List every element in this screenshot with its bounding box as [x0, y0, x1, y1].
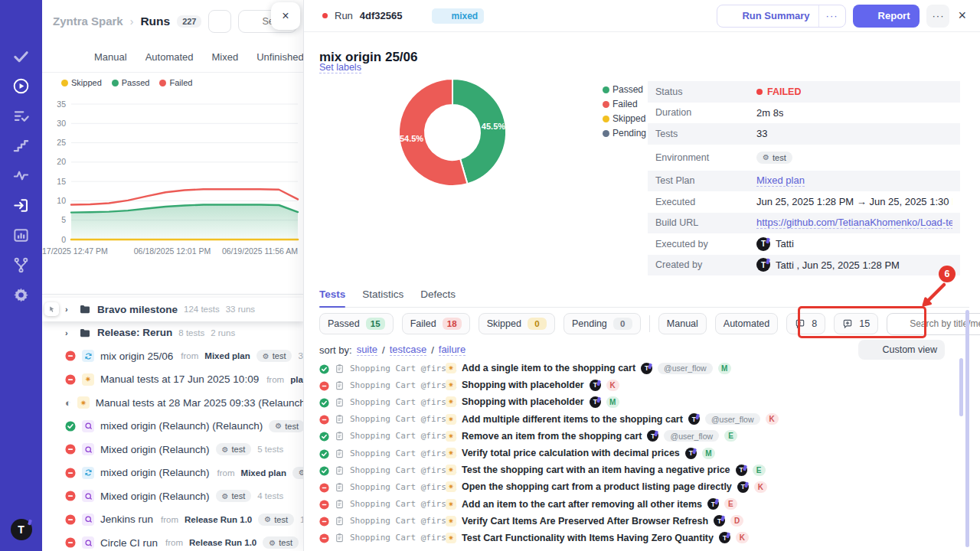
- letter-badge: K: [736, 532, 749, 543]
- run-plan-name[interactable]: Mixed plan: [204, 351, 250, 360]
- letter-badge: K: [754, 481, 767, 493]
- tab-tests[interactable]: Tests: [319, 289, 345, 307]
- run-name: Manual tests at 17 Jun 2025 10:09: [100, 373, 259, 385]
- status-failed-icon: [65, 537, 76, 548]
- donut-legend-item-skipped: Skipped: [603, 113, 646, 124]
- test-row[interactable]: Shopping Cart @first…✷Add a single item …: [319, 360, 960, 377]
- test-row[interactable]: Shopping Cart @first…✷Shopping with plac…: [319, 377, 960, 393]
- status-text: FAILED: [767, 86, 801, 97]
- run-row[interactable]: mixed origin (Relaunch) (Relaunch)⚙test: [42, 415, 303, 439]
- details-row-build-url: Build URLhttps://github.com/TetianaKhome…: [648, 213, 960, 234]
- details-link[interactable]: https://github.com/TetianaKhomenko/Load-…: [756, 217, 952, 229]
- sidebar-item-activity[interactable]: [12, 167, 31, 185]
- sort-option-suite[interactable]: suite: [357, 344, 377, 356]
- projects-folder-button[interactable]: [12, 491, 31, 510]
- runs-panel: Zyntra Spark › Runs 227 × ManualAutomate…: [42, 0, 303, 551]
- run-summary-label: Run Summary: [742, 10, 809, 21]
- report-button[interactable]: Report: [853, 5, 920, 28]
- sidebar-item-sign-in[interactable]: [12, 197, 31, 215]
- left-tab-unfinished[interactable]: Unfinished: [256, 51, 303, 63]
- filter-chip-automated[interactable]: Automated: [715, 313, 778, 334]
- comment-chip[interactable]: 8: [786, 313, 825, 334]
- sparkles-icon: [726, 10, 737, 21]
- help-button[interactable]: [12, 464, 31, 482]
- sidebar-item-git-fork[interactable]: [12, 256, 31, 275]
- list-scrollbar[interactable]: [959, 358, 963, 416]
- filter-chip-failed[interactable]: Failed18: [402, 313, 470, 334]
- test-row[interactable]: Shopping Cart @first…✷Remove an item fro…: [319, 428, 960, 445]
- milestone-row[interactable]: ›Bravo milestone124 tests33 runs: [42, 298, 303, 321]
- sidebar-item-list-check[interactable]: [12, 107, 31, 126]
- letter-badge: K: [606, 380, 619, 391]
- run-row[interactable]: mix origin 25/06fromMixed plan⚙test33 te…: [42, 344, 303, 368]
- sidebar-item-steps[interactable]: [12, 137, 31, 155]
- sort-option-failure[interactable]: failure: [439, 344, 466, 356]
- sort-option-testcase[interactable]: testcase: [390, 344, 426, 356]
- letter-badge: E: [724, 498, 737, 510]
- user-avatar[interactable]: T: [11, 519, 32, 540]
- filter-chip-manual[interactable]: Manual: [658, 313, 707, 334]
- letter-badge: K: [766, 413, 779, 425]
- run-row[interactable]: Jenkins runfromRelease Run 1.0⚙test13 te…: [42, 508, 303, 532]
- expand-chevron-icon[interactable]: ›: [65, 305, 73, 314]
- sidebar-item-check[interactable]: [12, 47, 31, 66]
- custom-view-button[interactable]: Custom view: [858, 340, 945, 360]
- test-row[interactable]: Shopping Cart @first…✷Verify Cart Items …: [319, 513, 960, 530]
- sidebar-item-gear[interactable]: [12, 286, 31, 305]
- assignee-avatar: T: [736, 465, 747, 476]
- test-row[interactable]: Shopping Cart @first…✷Shopping with plac…: [319, 393, 960, 410]
- test-suite: Shopping Cart @first…: [350, 364, 440, 373]
- test-row[interactable]: Shopping Cart @first…✷Test the shopping …: [319, 461, 960, 478]
- copy-run-id-button[interactable]: [410, 10, 422, 22]
- test-filter-row: Passed15Failed18Skipped0Pending0ManualAu…: [319, 312, 969, 335]
- more-actions-button[interactable]: ···: [926, 5, 949, 28]
- filter-chip-skipped[interactable]: Skipped0: [479, 313, 555, 334]
- test-row[interactable]: Shopping Cart @first…✷Add an item to the…: [319, 496, 960, 513]
- sidebar-item-play-circle[interactable]: [12, 77, 31, 96]
- test-row[interactable]: Shopping Cart @first…✷Open the shopping …: [319, 478, 960, 495]
- run-row[interactable]: Mixed origin (Relaunch)⚙test4 tests: [42, 484, 303, 508]
- run-summary-button[interactable]: Run Summary: [717, 5, 818, 27]
- activity-icon: [12, 167, 30, 184]
- left-tab-automated[interactable]: Automated: [145, 51, 194, 63]
- hamburger-menu-button[interactable]: [12, 9, 31, 28]
- page-scrollbar[interactable]: [965, 310, 969, 547]
- expand-chevron-icon[interactable]: ›: [65, 328, 73, 337]
- close-detail-button[interactable]: ×: [956, 8, 968, 24]
- milestone-row[interactable]: ›Release: Rerun8 tests2 runs: [42, 321, 303, 345]
- manual-burst-icon: ✷: [446, 414, 456, 425]
- run-summary-more-button[interactable]: ···: [818, 5, 845, 27]
- left-tab-mixed[interactable]: Mixed: [212, 51, 239, 63]
- popover-close-button[interactable]: ×: [271, 2, 300, 30]
- test-row[interactable]: Shopping Cart @first…✷Add multiple diffe…: [319, 411, 960, 428]
- tab-statistics[interactable]: Statistics: [362, 289, 403, 307]
- filter-chip-passed[interactable]: Passed15: [319, 313, 394, 334]
- environment-badge: ⚙test: [756, 152, 792, 164]
- test-row[interactable]: Shopping Cart @first…✷Verify total price…: [319, 445, 960, 461]
- chip-divider: [649, 315, 650, 332]
- comment-chip[interactable]: 15: [834, 313, 878, 334]
- details-link[interactable]: Mixed plan: [756, 174, 805, 187]
- tab-defects[interactable]: Defects: [420, 289, 456, 307]
- environment-name: test: [773, 153, 786, 162]
- run-plan-name[interactable]: plan 1: [290, 375, 303, 384]
- run-row[interactable]: ✷Manual tests at 17 Jun 2025 10:09frompl…: [42, 368, 303, 392]
- details-label: Build URL: [655, 217, 756, 228]
- run-plan-name[interactable]: Mixed plan: [241, 468, 286, 478]
- run-plan-name[interactable]: Release Run 1.0: [185, 515, 252, 524]
- run-row[interactable]: ◐✷Manual tests at 28 Mar 2025 09:33 (Rel…: [42, 391, 303, 415]
- sidebar-item-bar-chart[interactable]: [12, 227, 31, 245]
- test-row[interactable]: Shopping Cart @first…✷Test Cart Function…: [319, 530, 960, 546]
- run-row[interactable]: mixed origin (Relaunch)fromMixed plan⚙te…: [42, 461, 303, 485]
- run-plan-name[interactable]: Release Run 1.0: [189, 538, 256, 547]
- status-passed-icon: [319, 465, 329, 475]
- breadcrumb-app[interactable]: Zyntra Spark: [53, 15, 123, 28]
- run-row[interactable]: Mixed origin (Relaunch)⚙test5 tests: [42, 438, 303, 461]
- filter-chip-pending[interactable]: Pending0: [564, 313, 641, 334]
- run-type-badge[interactable]: mixed: [432, 8, 485, 24]
- set-labels-link[interactable]: Set labels: [319, 62, 361, 73]
- filter-button[interactable]: [208, 10, 231, 33]
- left-tab-manual[interactable]: Manual: [94, 51, 127, 63]
- run-kind-manual-icon: ✷: [82, 373, 94, 386]
- run-row[interactable]: Circle CI runfromRelease Run 1.0⚙test13 …: [42, 531, 303, 551]
